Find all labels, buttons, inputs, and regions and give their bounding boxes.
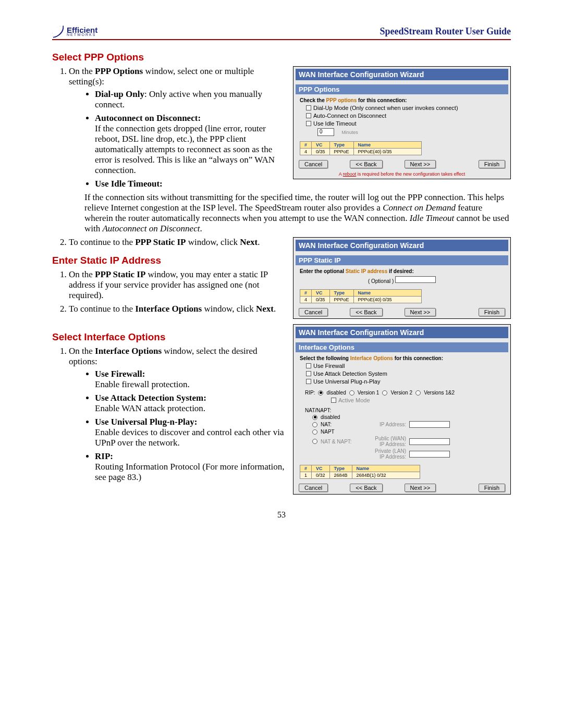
wizard-subtitle: Interface Options <box>296 342 508 352</box>
minutes-input[interactable]: 0 <box>317 128 334 136</box>
step-ppp-1: On the PPP Options window, select one or… <box>69 66 287 189</box>
checkbox-upnp[interactable]: Use Universal Plug-n-Play <box>306 378 504 385</box>
logo-subbrand: NETWORKS <box>67 33 97 36</box>
step-ifopt-1: On the Interface Options window, select … <box>69 346 287 483</box>
logo: Efficient NETWORKS <box>52 27 97 37</box>
radio-nat-disabled[interactable] <box>312 415 317 420</box>
next-button[interactable]: Next >> <box>405 308 436 316</box>
cancel-button[interactable]: Cancel <box>299 160 328 168</box>
finish-button[interactable]: Finish <box>479 484 505 492</box>
radio-nat-napt[interactable] <box>312 439 317 444</box>
item-dial-up-only: Dial-up Only: Only active when you manua… <box>95 89 287 110</box>
back-button[interactable]: << Back <box>350 484 382 492</box>
private-lan-ip-input[interactable] <box>409 451 450 458</box>
item-use-attack-detection: Use Attack Detection System:Enable WAN a… <box>95 393 287 414</box>
radio-nat[interactable] <box>312 422 317 427</box>
checkbox-use-firewall[interactable]: Use Firewall <box>306 363 504 369</box>
page-content: Select PPP Options On the PPP Options wi… <box>52 52 511 520</box>
checkbox-dial-up-mode[interactable]: Dial-Up Mode (Only connect when user inv… <box>306 105 504 111</box>
page-number: 53 <box>52 510 511 520</box>
step-ppp-2: To continue to the PPP Static IP window,… <box>69 237 287 248</box>
logo-brand: Efficient <box>67 27 97 33</box>
radio-rip-disabled[interactable] <box>318 390 323 396</box>
step-static-2: To continue to the Interface Options win… <box>69 304 287 314</box>
item-use-firewall: Use Firewall:Enable firewall protection. <box>95 369 287 390</box>
screenshot-ppp-options: WAN Interface Configuration Wizard PPP O… <box>293 66 511 179</box>
wizard-subtitle: PPP Options <box>296 84 508 94</box>
checkbox-idle-timeout[interactable]: Use Idle Timeout <box>306 120 504 127</box>
item-use-upnp: Use Universal Plug-n-Play:Enable devices… <box>95 417 287 448</box>
static-ip-input[interactable] <box>395 276 436 283</box>
public-wan-ip-input[interactable] <box>409 438 450 445</box>
nat-ip-input[interactable] <box>409 421 450 428</box>
cancel-button[interactable]: Cancel <box>299 484 328 492</box>
radio-rip-v1[interactable] <box>349 390 354 396</box>
wizard-subtitle: PPP Static IP <box>296 255 508 265</box>
logo-swoosh-icon <box>51 26 65 38</box>
back-button[interactable]: << Back <box>350 308 382 316</box>
item-rip: RIP:Routing Information Protocol (For mo… <box>95 451 287 483</box>
wizard-title: WAN Interface Configuration Wizard <box>296 69 508 80</box>
radio-napt[interactable] <box>312 429 317 435</box>
reboot-note: A reboot is required before the new conf… <box>293 170 510 179</box>
screenshot-interface-options: WAN Interface Configuration Wizard Inter… <box>293 324 511 495</box>
radio-rip-v12[interactable] <box>415 390 421 396</box>
finish-button[interactable]: Finish <box>479 308 505 316</box>
heading-enter-static-ip: Enter Static IP Address <box>52 255 287 266</box>
item-idle-timeout: Use Idle Timeout: <box>95 179 287 189</box>
checkbox-icon <box>306 363 311 368</box>
checkbox-icon <box>306 113 311 118</box>
heading-select-ppp-options: Select PPP Options <box>52 52 511 63</box>
wizard-title: WAN Interface Configuration Wizard <box>296 327 508 338</box>
connection-table: #VCTypeName 40/35PPPoEPPPoE(40) 0/35 <box>300 289 422 303</box>
cancel-button[interactable]: Cancel <box>299 308 328 316</box>
next-button[interactable]: Next >> <box>405 160 436 168</box>
page-header: Efficient NETWORKS SpeedStream Router Us… <box>52 26 511 40</box>
radio-rip-v2[interactable] <box>382 390 387 396</box>
document-title: SpeedStream Router User Guide <box>380 26 511 37</box>
heading-select-interface-options: Select Interface Options <box>52 331 287 343</box>
checkbox-icon <box>306 371 311 376</box>
finish-button[interactable]: Finish <box>479 160 505 168</box>
connection-table: #VCTypeName 10/322684B2684B(1) 0/32 <box>300 465 420 479</box>
back-button[interactable]: << Back <box>350 160 382 168</box>
item-autoconnect: Autoconnect on Disconnect:If the connect… <box>95 113 287 176</box>
idle-timeout-description: If the connection sits without transmitt… <box>52 192 511 234</box>
screenshot-ppp-static-ip: WAN Interface Configuration Wizard PPP S… <box>293 237 511 319</box>
checkbox-auto-connect[interactable]: Auto-Connect on Disconnect <box>306 113 504 119</box>
connection-table: #VCTypeName 40/35PPPoEPPPoE(40) 0/35 <box>300 141 422 155</box>
checkbox-attack-detection[interactable]: Use Attack Detection System <box>306 371 504 377</box>
wizard-title: WAN Interface Configuration Wizard <box>296 240 508 251</box>
checkbox-icon <box>306 105 311 110</box>
next-button[interactable]: Next >> <box>405 484 436 492</box>
checkbox-icon <box>306 379 311 384</box>
checkbox-icon <box>306 121 311 126</box>
step-static-1: On the PPP Static IP window, you may ent… <box>69 269 287 301</box>
checkbox-active-mode <box>331 398 336 403</box>
